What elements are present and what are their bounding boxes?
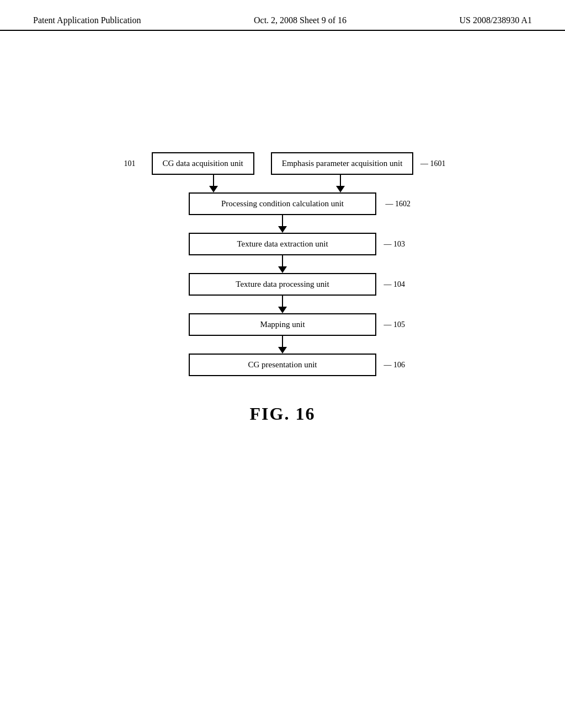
arrow-from-101 [164, 175, 263, 192]
node-104: Texture data processing unit — 104 [189, 273, 376, 296]
box-cg-data-acquisition: 101 CG data acquisition unit [152, 152, 254, 175]
arrow-103-to-104 [278, 255, 287, 273]
node-1601: Emphasis parameter acquisition unit — 16… [271, 152, 414, 175]
box-emphasis-param: Emphasis parameter acquisition unit [271, 152, 414, 175]
box-processing-condition: Processing condition calculation unit [189, 192, 376, 215]
figure-label: FIG. 16 [250, 404, 316, 424]
ref-104: — 104 [384, 280, 406, 289]
ref-106: — 106 [384, 361, 406, 370]
box-texture-processing: Texture data processing unit [189, 273, 376, 296]
ref-103: — 103 [384, 240, 406, 249]
ref-1601: — 1601 [420, 159, 446, 168]
node-105: Mapping unit — 105 [189, 313, 376, 336]
top-arrows-row [164, 175, 401, 192]
node-106: CG presentation unit — 106 [189, 354, 376, 376]
arrow-104-to-105 [278, 296, 287, 313]
header-publication-label: Patent Application Publication [33, 15, 141, 25]
box-mapping: Mapping unit [189, 313, 376, 336]
diagram-container: 101 CG data acquisition unit Emphasis pa… [0, 152, 565, 424]
box-texture-extraction: Texture data extraction unit [189, 233, 376, 255]
arrow-1602-to-103 [278, 215, 287, 233]
header-date-sheet: Oct. 2, 2008 Sheet 9 of 16 [254, 15, 347, 25]
arrow-from-1601 [280, 175, 401, 192]
ref-105: — 105 [384, 320, 406, 329]
box-cg-presentation: CG presentation unit [189, 354, 376, 376]
top-row: 101 CG data acquisition unit Emphasis pa… [152, 152, 414, 175]
page-header: Patent Application Publication Oct. 2, 2… [0, 0, 565, 31]
node-1602: Processing condition calculation unit — … [189, 192, 376, 215]
node-101: 101 CG data acquisition unit [152, 152, 254, 175]
node-103: Texture data extraction unit — 103 [189, 233, 376, 255]
ref-1602: — 1602 [386, 200, 411, 208]
header-patent-number: US 2008/238930 A1 [459, 15, 532, 25]
arrow-105-to-106 [278, 336, 287, 354]
ref-label-101: 101 [124, 159, 136, 168]
